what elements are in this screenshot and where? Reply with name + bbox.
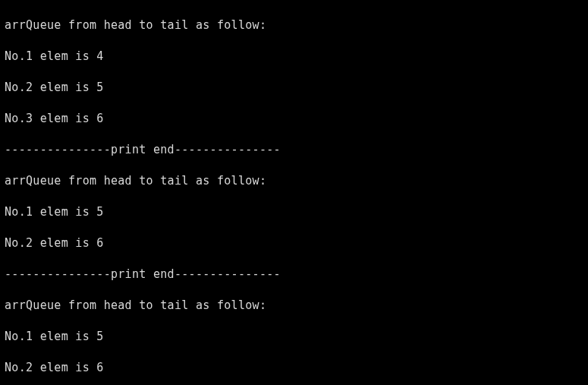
output-line: No.1 elem is 5 xyxy=(5,329,583,345)
output-line: No.2 elem is 6 xyxy=(5,235,583,251)
output-line: arrQueue from head to tail as follow: xyxy=(5,298,583,314)
output-line: No.3 elem is 6 xyxy=(5,111,583,127)
terminal-output[interactable]: arrQueue from head to tail as follow: No… xyxy=(0,0,588,385)
output-line: arrQueue from head to tail as follow: xyxy=(5,173,583,189)
output-line: ---------------print end--------------- xyxy=(5,267,583,282)
output-line: arrQueue from head to tail as follow: xyxy=(5,17,583,33)
output-line: No.1 elem is 5 xyxy=(5,204,583,220)
output-line: No.1 elem is 4 xyxy=(5,49,583,65)
output-line: ---------------print end--------------- xyxy=(5,142,583,158)
output-line: No.2 elem is 6 xyxy=(5,360,583,376)
output-line: No.2 elem is 5 xyxy=(5,80,583,96)
